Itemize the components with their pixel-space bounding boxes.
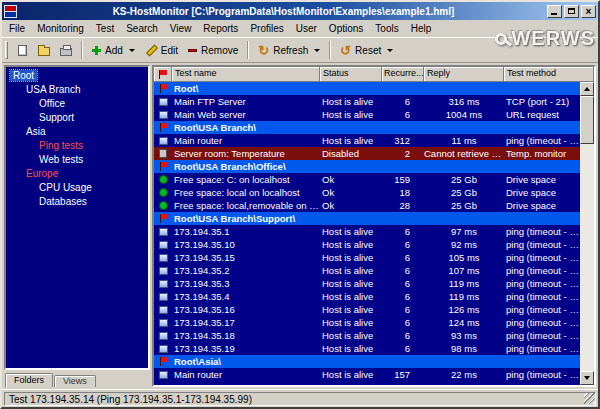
toolbar: Add Edit Remove ↻ Refresh ↺ Reset: [2, 37, 598, 63]
test-recurrences: 18: [382, 186, 424, 199]
tree-item-databases[interactable]: Databases: [6, 195, 148, 209]
test-row[interactable]: 173.194.35.2 Host is alive 6 107 ms ping…: [154, 264, 580, 277]
app-icon[interactable]: [4, 5, 17, 18]
tree-item-usa-branch[interactable]: USA Branch: [6, 83, 148, 97]
scroll-down-button[interactable]: [580, 371, 594, 385]
test-row[interactable]: 173.194.35.18 Host is alive 6 93 ms ping…: [154, 329, 580, 342]
test-name: Free space: local on localhost: [172, 186, 320, 199]
test-reply: 25 Gb: [424, 199, 504, 212]
toolbar-grip[interactable]: [5, 41, 8, 59]
chevron-down-icon: [314, 49, 320, 52]
host-icon: [159, 98, 168, 106]
open-button[interactable]: [33, 40, 55, 60]
menu-view[interactable]: View: [164, 21, 198, 36]
menu-test[interactable]: Test: [90, 21, 120, 36]
column-header-test-name[interactable]: Test name: [172, 67, 320, 82]
status-bar: Test 173.194.35.14 (Ping 173.194.35.1-17…: [2, 389, 598, 407]
menu-profiles[interactable]: Profiles: [244, 21, 289, 36]
test-row[interactable]: Free space: C: on localhost Ok 159 25 Gb…: [154, 173, 580, 186]
test-row[interactable]: Server room: Temperature Disabled 2 Cann…: [154, 147, 580, 160]
menu-reports[interactable]: Reports: [197, 21, 244, 36]
menu-file[interactable]: File: [3, 21, 31, 36]
chevron-down-icon: [129, 49, 135, 52]
test-status: Host is alive: [320, 290, 382, 303]
edit-button[interactable]: Edit: [140, 40, 183, 60]
test-method: Drive space: [504, 173, 580, 186]
test-name: Main router: [172, 368, 320, 381]
group-row[interactable]: Root\USA Branch\: [154, 121, 580, 134]
test-row[interactable]: Free space: local,removable on lo... Ok …: [154, 199, 580, 212]
test-row[interactable]: Main router Host is alive 312 11 ms ping…: [154, 134, 580, 147]
test-recurrences: 6: [382, 251, 424, 264]
host-icon: [159, 371, 168, 379]
test-row[interactable]: 173.194.35.1 Host is alive 6 97 ms ping …: [154, 225, 580, 238]
menu-options[interactable]: Options: [323, 21, 369, 36]
test-row[interactable]: Main router Host is alive 157 22 ms ping…: [154, 368, 580, 381]
vertical-scrollbar[interactable]: [580, 82, 594, 385]
column-header-reply[interactable]: Reply: [424, 67, 504, 82]
group-row[interactable]: Root\USA Branch\Support\: [154, 212, 580, 225]
test-reply: 11 ms: [424, 134, 504, 147]
tree-item-asia[interactable]: Asia: [6, 125, 148, 139]
maximize-button[interactable]: [564, 5, 579, 18]
close-button[interactable]: ×: [581, 5, 596, 18]
test-method: ping (timeout - 200: [504, 303, 580, 316]
flag-icon: [158, 70, 167, 79]
scroll-up-button[interactable]: [580, 82, 594, 96]
test-list-body: Root\ Main FTP Server Host is alive 6 31…: [154, 82, 594, 385]
column-header-test-method[interactable]: Test method: [504, 67, 594, 82]
refresh-button[interactable]: ↻ Refresh: [253, 40, 325, 60]
test-row[interactable]: Free space: local on localhost Ok 18 25 …: [154, 186, 580, 199]
menu-search[interactable]: Search: [120, 21, 164, 36]
add-button[interactable]: Add: [87, 40, 140, 60]
group-row[interactable]: Root\USA Branch\Office\: [154, 160, 580, 173]
tree-item-ping-tests[interactable]: Ping tests: [6, 139, 148, 153]
tab-views[interactable]: Views: [54, 375, 96, 387]
test-row[interactable]: 173.194.35.10 Host is alive 6 92 ms ping…: [154, 238, 580, 251]
test-name: 173.194.35.4: [172, 290, 320, 303]
test-row[interactable]: 173.194.35.4 Host is alive 6 119 ms ping…: [154, 290, 580, 303]
tree-item-web-tests[interactable]: Web tests: [6, 153, 148, 167]
test-recurrences: 312: [382, 134, 424, 147]
menu-monitoring[interactable]: Monitoring: [31, 21, 90, 36]
test-reply: 107 ms: [424, 264, 504, 277]
new-button[interactable]: [11, 40, 33, 60]
column-header-recurrences[interactable]: Recurre...: [382, 67, 424, 82]
test-recurrences: 6: [382, 342, 424, 355]
scroll-track[interactable]: [580, 96, 594, 371]
tree-item-support[interactable]: Support: [6, 111, 148, 125]
scroll-thumb[interactable]: [580, 96, 594, 144]
tree-item-europe[interactable]: Europe: [6, 167, 148, 181]
column-header-flag[interactable]: [154, 67, 172, 82]
host-icon: [159, 306, 168, 314]
tree-item-office[interactable]: Office: [6, 97, 148, 111]
resize-grip[interactable]: [584, 393, 595, 404]
test-row[interactable]: 173.194.35.3 Host is alive 6 119 ms ping…: [154, 277, 580, 290]
remove-button[interactable]: Remove: [183, 40, 243, 60]
tree-item-cpu-usage[interactable]: CPU Usage: [6, 181, 148, 195]
test-row[interactable]: Main FTP Server Host is alive 6 316 ms T…: [154, 95, 580, 108]
group-row[interactable]: Root\: [154, 82, 580, 95]
tree-item-root[interactable]: Root: [6, 69, 148, 83]
menu-tools[interactable]: Tools: [369, 21, 404, 36]
title-bar: KS-HostMonitor [C:\ProgramData\HostMonit…: [2, 2, 598, 20]
test-row[interactable]: Main Web server Host is alive 6 1004 ms …: [154, 108, 580, 121]
print-button[interactable]: [55, 40, 77, 60]
test-name: 173.194.35.16: [172, 303, 320, 316]
test-row[interactable]: 173.194.35.19 Host is alive 6 98 ms ping…: [154, 342, 580, 355]
refresh-icon: ↻: [258, 44, 269, 57]
menu-user[interactable]: User: [290, 21, 323, 36]
test-row[interactable]: 173.194.35.16 Host is alive 6 126 ms pin…: [154, 303, 580, 316]
column-header-status[interactable]: Status: [320, 67, 382, 82]
menu-help[interactable]: Help: [405, 21, 438, 36]
add-plus-icon: [92, 46, 101, 55]
minimize-button[interactable]: [547, 5, 562, 18]
tab-folders[interactable]: Folders: [5, 373, 53, 387]
test-name: Main router: [172, 134, 320, 147]
panel-tabs: Folders Views: [4, 370, 150, 387]
reset-button[interactable]: ↺ Reset: [335, 40, 398, 60]
test-row[interactable]: 173.194.35.15 Host is alive 6 105 ms pin…: [154, 251, 580, 264]
group-row[interactable]: Root\Asia\: [154, 355, 580, 368]
test-row[interactable]: 173.194.35.17 Host is alive 6 124 ms pin…: [154, 316, 580, 329]
test-recurrences: 6: [382, 329, 424, 342]
